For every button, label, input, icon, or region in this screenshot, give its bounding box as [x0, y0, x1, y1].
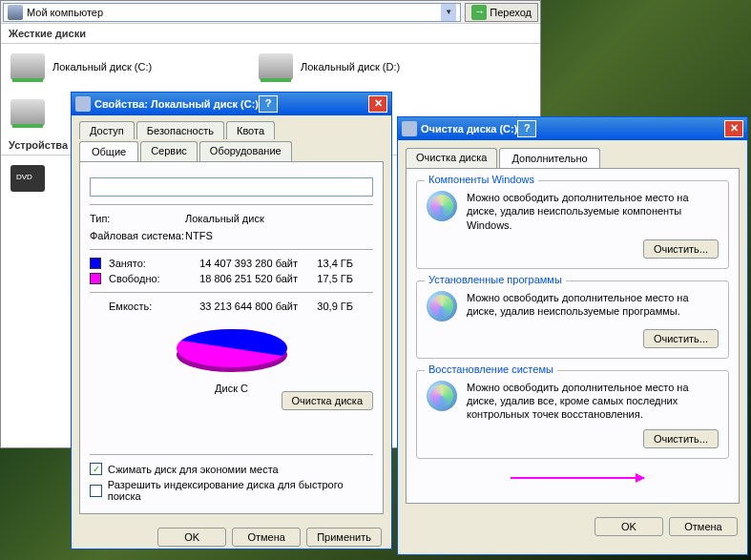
- disk-cleanup-button[interactable]: Очистка диска: [282, 391, 373, 410]
- go-button[interactable]: Переход: [465, 3, 538, 22]
- cd-icon: [427, 381, 457, 411]
- free-bytes: 18 806 251 520 байт: [174, 273, 298, 284]
- address-text: Мой компьютер: [27, 7, 103, 18]
- cleanup-programs-button[interactable]: Очистить...: [643, 329, 719, 348]
- ok-button[interactable]: OK: [157, 528, 226, 547]
- cleanup-titlebar[interactable]: Очистка диска (C:) ? ✕: [398, 117, 747, 140]
- drive-c[interactable]: Локальный диск (C:): [10, 53, 201, 80]
- cleanup-dialog: Очистка диска (C:) ? ✕ Очистка диска Доп…: [397, 116, 748, 555]
- type-value: Локальный диск: [185, 213, 264, 224]
- help-button[interactable]: ?: [259, 95, 278, 113]
- close-button[interactable]: ✕: [368, 95, 387, 113]
- tabs-row-2: Общие Сервис Оборудование: [72, 139, 391, 161]
- address-dropdown-icon[interactable]: [441, 4, 456, 21]
- cleanup-title: Очистка диска (C:): [421, 123, 517, 135]
- cleanup-tabs: Очистка диска Дополнительно: [398, 140, 747, 168]
- cleanup-buttons: OK Отмена: [398, 511, 747, 542]
- fs-value: NTFS: [185, 230, 213, 241]
- cap-label: Емкость:: [109, 301, 166, 312]
- general-tab-content: Тип: Локальный диск Файловая система: NT…: [79, 161, 384, 514]
- free-color-swatch: [90, 273, 101, 284]
- go-arrow-icon: [471, 5, 487, 20]
- tab-quota[interactable]: Квота: [226, 121, 275, 139]
- compress-checkbox[interactable]: ✓: [90, 463, 102, 475]
- tabs-row-1: Доступ Безопасность Квота: [72, 115, 391, 139]
- highlight-arrow: [511, 477, 644, 479]
- fieldset-restore: Восстановление системы Можно освободить …: [416, 370, 729, 459]
- components-text: Можно освободить дополнительное место на…: [467, 191, 719, 232]
- dvd-icon: [10, 165, 45, 192]
- index-label: Разрешить индексирование диска для быстр…: [108, 479, 373, 502]
- hdd-icon: [10, 53, 45, 80]
- free-label: Свободно:: [109, 273, 166, 284]
- disk-usage-pie: [170, 321, 294, 379]
- drive-c-label: Локальный диск (C:): [52, 61, 152, 73]
- apply-button[interactable]: Применить: [306, 528, 382, 547]
- drive-title-icon: [75, 96, 91, 112]
- fs-label: Файловая система:: [90, 230, 185, 241]
- used-label: Занято:: [109, 258, 166, 269]
- fieldset-components: Компоненты Windows Можно освободить допо…: [416, 180, 729, 269]
- cleanup-help-button[interactable]: ?: [517, 120, 536, 137]
- address-box[interactable]: Мой компьютер: [3, 3, 461, 22]
- go-label: Переход: [490, 7, 532, 18]
- cleanup-title-icon: [402, 121, 417, 136]
- hdd-icon: [259, 53, 293, 80]
- cd-icon: [427, 191, 457, 221]
- used-bytes: 14 407 393 280 байт: [174, 258, 298, 269]
- used-gb: 13,4 ГБ: [305, 258, 353, 269]
- legend-programs: Установленные программы: [425, 274, 566, 285]
- cleanup-restore-button[interactable]: Очистить...: [643, 429, 719, 448]
- programs-text: Можно освободить дополнительное место на…: [467, 291, 719, 321]
- properties-buttons: OK Отмена Применить: [72, 522, 391, 552]
- drive-d-label: Локальный диск (D:): [301, 61, 400, 73]
- type-label: Тип:: [90, 213, 185, 224]
- properties-titlebar[interactable]: Свойства: Локальный диск (C:) ? ✕: [72, 93, 391, 115]
- hdd-icon: [10, 99, 45, 126]
- properties-title: Свойства: Локальный диск (C:): [94, 98, 259, 110]
- used-color-swatch: [90, 258, 101, 269]
- cleanup-cancel-button[interactable]: Отмена: [669, 517, 738, 536]
- properties-dialog: Свойства: Локальный диск (C:) ? ✕ Доступ…: [71, 92, 392, 550]
- address-bar: Мой компьютер Переход: [1, 1, 540, 24]
- free-gb: 17,5 ГБ: [305, 273, 353, 284]
- legend-components: Компоненты Windows: [425, 174, 538, 185]
- cap-gb: 30,9 ГБ: [305, 301, 353, 312]
- index-checkbox[interactable]: [90, 485, 102, 497]
- cd-icon: [427, 291, 457, 321]
- cleanup-components-button[interactable]: Очистить...: [643, 239, 719, 259]
- cap-bytes: 33 213 644 800 байт: [174, 301, 298, 312]
- cleanup-tab-content: Компоненты Windows Можно освободить допо…: [406, 168, 740, 504]
- drive-d[interactable]: Локальный диск (D:): [259, 53, 449, 80]
- tab-service[interactable]: Сервис: [140, 141, 198, 161]
- compress-label: Сжимать диск для экономии места: [108, 464, 279, 475]
- section-hdd-header: Жесткие диски: [1, 24, 540, 44]
- disk-label-input[interactable]: [90, 177, 373, 197]
- computer-icon: [8, 5, 23, 20]
- tab-cleanup[interactable]: Очистка диска: [406, 148, 497, 168]
- tab-security[interactable]: Безопасность: [136, 121, 224, 139]
- tab-general[interactable]: Общие: [79, 141, 138, 161]
- restore-text: Можно освободить дополнительное место на…: [467, 381, 719, 422]
- tab-access[interactable]: Доступ: [79, 121, 135, 139]
- tab-advanced[interactable]: Дополнительно: [499, 148, 599, 168]
- legend-restore: Восстановление системы: [425, 363, 557, 375]
- fieldset-programs: Установленные программы Можно освободить…: [416, 280, 729, 359]
- tab-hardware[interactable]: Оборудование: [199, 141, 292, 161]
- cleanup-close-button[interactable]: ✕: [724, 120, 743, 137]
- cancel-button[interactable]: Отмена: [232, 528, 301, 547]
- cleanup-ok-button[interactable]: OK: [595, 517, 663, 536]
